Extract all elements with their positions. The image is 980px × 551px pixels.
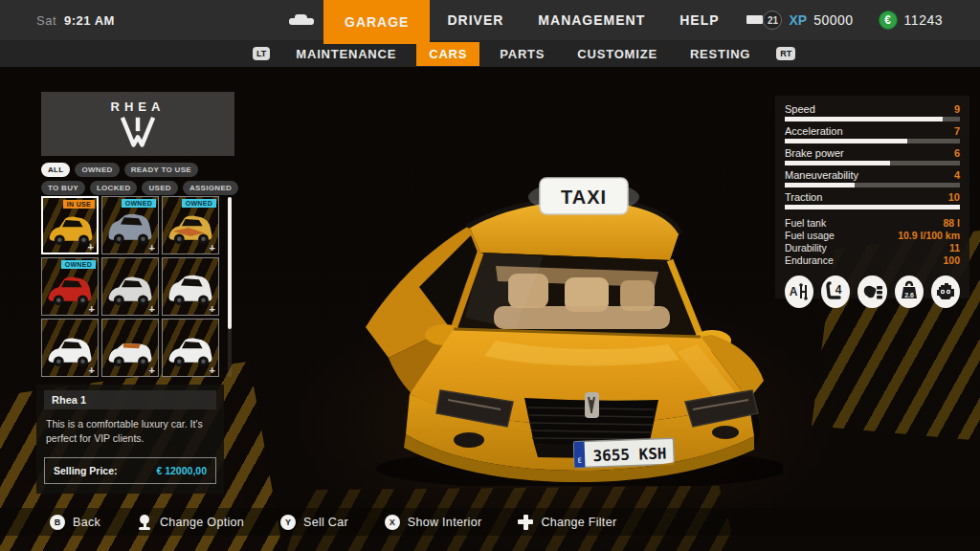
add-icon: + — [149, 303, 155, 315]
top-bar: Sat 9:21 AM GARAGE DRIVER MANAGEMENT HEL… — [0, 0, 980, 40]
stat-value: 4 — [954, 169, 960, 181]
lt-bumper-icon[interactable]: LT — [253, 47, 270, 60]
add-icon: + — [89, 364, 95, 376]
dpad-icon — [518, 515, 533, 530]
car-grid: IN USE + OWNED + OWNED + OWNED + + — [41, 196, 223, 377]
stat-row: Traction10 — [785, 191, 960, 209]
tab-resting[interactable]: RESTING — [678, 42, 763, 66]
svg-text:2.6: 2.6 — [904, 292, 914, 298]
detail-label: Durability — [785, 242, 827, 254]
car-tile[interactable]: + — [41, 319, 99, 377]
sub-nav: LT MAINTENANCE CARS PARTS CUSTOMIZE REST… — [0, 40, 980, 67]
detail-label: Fuel usage — [785, 230, 835, 242]
stat-bar — [785, 161, 960, 165]
status-badge: OWNED — [122, 199, 156, 208]
hint-back[interactable]: B Back — [50, 515, 100, 530]
car-tile[interactable]: IN USE + — [41, 196, 99, 254]
tab-maintenance[interactable]: MAINTENANCE — [283, 42, 409, 66]
stat-row: Acceleration7 — [785, 125, 960, 143]
tab-garage[interactable]: GARAGE — [323, 0, 430, 44]
hint-change-option[interactable]: Change Option — [137, 515, 244, 530]
money-group: € 11243 — [879, 11, 943, 30]
car-tile[interactable]: OWNED + — [41, 257, 99, 316]
filter-locked[interactable]: LOCKED — [90, 181, 138, 195]
car-tile[interactable]: + — [101, 257, 159, 316]
hint-label: Change Option — [160, 516, 244, 529]
feature-icons: A 4 2.6 — [785, 276, 960, 308]
hint-label: Show Interior — [408, 516, 482, 529]
hint-sell-car[interactable]: Y Sell Car — [280, 515, 348, 530]
level-badge: 21 — [763, 11, 782, 30]
status-badge: OWNED — [61, 260, 96, 269]
hint-show-interior[interactable]: X Show Interior — [385, 515, 482, 530]
car-icon — [289, 13, 314, 27]
brand-panel: RHEA — [41, 92, 234, 156]
weight-icon: 2.6 — [895, 276, 924, 308]
taxi-car-render: TAXI — [352, 153, 783, 486]
tab-driver[interactable]: DRIVER — [430, 0, 521, 40]
add-icon: + — [149, 364, 155, 376]
hint-bar: B Back Change Option Y Sell Car X Show I… — [0, 508, 980, 536]
tab-help[interactable]: HELP — [662, 0, 736, 40]
selling-price-box: Selling Price: € 12000,00 — [44, 457, 216, 484]
clock: Sat 9:21 AM — [36, 0, 115, 40]
add-icon: + — [89, 303, 95, 315]
tab-management[interactable]: MANAGEMENT — [521, 0, 662, 40]
rhea-logo-icon — [117, 116, 159, 148]
car-tile[interactable]: + — [101, 319, 159, 377]
car-tile[interactable]: OWNED + — [101, 196, 159, 254]
button-b-icon: B — [50, 515, 65, 530]
luggage-icon — [858, 276, 886, 308]
detail-label: Endurance — [785, 254, 834, 267]
detail-row: Fuel usage10.9 l/100 km — [785, 230, 960, 242]
xp-value: 50000 — [813, 12, 853, 28]
filter-owned[interactable]: OWNED — [75, 163, 119, 177]
hint-label: Back — [73, 516, 100, 529]
rt-bumper-icon[interactable]: RT — [776, 47, 795, 60]
tab-cars[interactable]: CARS — [416, 42, 479, 66]
price-label: Selling Price: — [54, 465, 118, 476]
button-x-icon: X — [385, 515, 400, 530]
left-stick-icon — [137, 515, 152, 530]
tab-customize[interactable]: CUSTOMIZE — [565, 42, 670, 66]
time-label: 9:21 AM — [64, 13, 115, 28]
filter-chips: ALL OWNED READY TO USE TO BUY LOCKED USE… — [41, 163, 240, 195]
stat-label: Traction — [785, 191, 822, 203]
filter-to-buy[interactable]: TO BUY — [41, 181, 85, 195]
money-value: 11243 — [904, 12, 943, 28]
stat-value: 6 — [954, 147, 960, 159]
vehicle-stats-panel: Speed9 Acceleration7 Brake power6 Maneuv… — [775, 96, 969, 298]
car-details-panel: Rhea 1 This is a comfortable luxury car.… — [36, 385, 224, 494]
filter-used[interactable]: USED — [142, 181, 177, 195]
detail-value: 10.9 l/100 km — [898, 230, 960, 242]
brand-name: RHEA — [111, 99, 166, 114]
plate-country: E — [577, 457, 581, 465]
car-tile[interactable]: OWNED + — [162, 196, 219, 254]
xp-group: 21 XP 50000 — [763, 11, 853, 30]
stat-label: Brake power — [785, 147, 844, 159]
car-tile[interactable]: + — [162, 319, 219, 377]
taxi-sign-text: TAXI — [561, 187, 607, 208]
car-tile[interactable]: + — [162, 257, 219, 316]
status-badge: OWNED — [182, 199, 216, 208]
detail-label: Fuel tank — [785, 217, 826, 230]
grid-scrollbar-thumb[interactable] — [228, 197, 232, 329]
detail-list: Fuel tank88 l Fuel usage10.9 l/100 km Du… — [785, 217, 960, 268]
stat-value: 7 — [954, 125, 960, 137]
status-badge: IN USE — [63, 200, 95, 209]
stat-bar — [785, 117, 960, 121]
hint-label: Change Filter — [541, 516, 616, 529]
tab-parts[interactable]: PARTS — [487, 42, 557, 66]
stat-label: Maneuverability — [785, 169, 858, 181]
hint-change-filter[interactable]: Change Filter — [518, 515, 616, 530]
engine-icon — [931, 276, 960, 308]
day-label: Sat — [36, 13, 56, 28]
detail-row: Endurance100 — [785, 254, 960, 267]
filter-ready-to-use[interactable]: READY TO USE — [124, 163, 198, 177]
car-name: Rhea 1 — [44, 390, 216, 409]
filter-all[interactable]: ALL — [41, 163, 70, 177]
filter-assigned[interactable]: ASSIGNED — [183, 181, 238, 195]
grid-scrollbar[interactable] — [228, 197, 232, 377]
svg-text:4: 4 — [835, 283, 842, 297]
add-icon: + — [210, 242, 215, 253]
